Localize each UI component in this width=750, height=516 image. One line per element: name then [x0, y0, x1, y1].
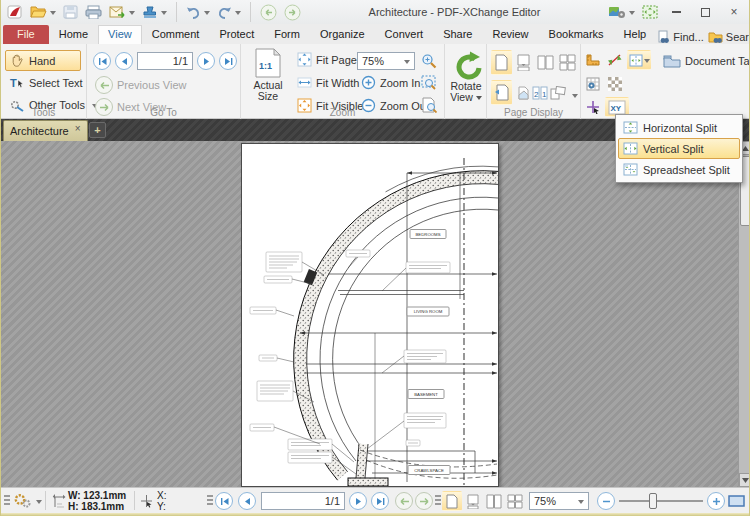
transparency-grid-button[interactable] [605, 74, 625, 94]
enable-scrolling-button[interactable] [513, 50, 534, 75]
tab-bookmarks[interactable]: Bookmarks [539, 25, 614, 44]
tab-help[interactable]: Help [614, 25, 657, 44]
fit-width-button[interactable]: Fit Width [293, 73, 363, 92]
grid-button[interactable] [583, 74, 603, 94]
email-caret-icon[interactable] [129, 11, 135, 18]
tab-close-icon[interactable]: × [75, 123, 81, 134]
tab-review[interactable]: Review [482, 25, 538, 44]
tab-form[interactable]: Form [264, 25, 310, 44]
status-first-page-button[interactable] [215, 492, 233, 510]
stamp-caret-icon[interactable] [161, 11, 167, 18]
status-zoom-combo[interactable]: 75% [529, 492, 589, 510]
status-two-pages-scrolling-button[interactable] [505, 491, 525, 511]
fit-layout-button[interactable] [491, 80, 512, 105]
snap-button[interactable] [583, 97, 603, 117]
last-page-button[interactable] [219, 52, 237, 70]
maximize-button[interactable] [692, 2, 718, 22]
tab-comment[interactable]: Comment [142, 25, 210, 44]
pdf-page[interactable]: BEDROOMS LIVING ROOM BASEMENT CRAWLSPACE [241, 143, 499, 487]
cover-mode-button[interactable] [515, 84, 531, 102]
open-file-caret-icon[interactable] [50, 11, 56, 18]
actual-size-button[interactable]: 1:1 ActualSize [247, 48, 289, 102]
tab-home[interactable]: Home [49, 25, 98, 44]
previous-page-button[interactable] [115, 52, 133, 70]
status-zoom-in-button[interactable] [707, 492, 725, 510]
status-last-page-button[interactable] [371, 492, 389, 510]
previous-view-button[interactable]: Previous View [91, 74, 191, 96]
print-button[interactable] [83, 2, 104, 22]
ribbon-section-zoom: 1:1 ActualSize Fit Page Fit Width Fit Vi… [241, 44, 445, 119]
tab-file[interactable]: File [3, 25, 49, 44]
status-two-pages-button[interactable] [484, 491, 504, 511]
document-tabs-button[interactable]: Document Tabs [659, 52, 750, 70]
page-display-more-caret-icon[interactable] [572, 94, 578, 101]
status-page-number-field[interactable]: 1/1 [261, 492, 345, 510]
rulers-button[interactable] [583, 50, 603, 70]
redo-caret-icon[interactable] [235, 11, 241, 18]
go-forward-button[interactable] [282, 2, 303, 22]
fit-page-button[interactable]: Fit Page [293, 50, 361, 69]
ui-options-button[interactable] [606, 2, 637, 22]
select-text-button[interactable]: T Select Text [5, 74, 87, 92]
measure-button[interactable] [605, 50, 625, 70]
first-page-button[interactable] [93, 52, 111, 70]
fullscreen-mode-button[interactable] [727, 494, 747, 509]
find-button[interactable]: Find... [656, 30, 704, 44]
ui-options-caret-icon[interactable] [629, 11, 635, 18]
tab-protect[interactable]: Protect [209, 25, 264, 44]
email-button[interactable] [107, 2, 137, 22]
menu-bar: File Home View Comment Protect Form Orga… [1, 24, 750, 44]
tab-view[interactable]: View [98, 25, 142, 44]
single-page-button[interactable] [491, 50, 512, 75]
rotate-pages-button[interactable] [549, 84, 567, 102]
vertical-scrollbar[interactable] [738, 141, 750, 487]
menu-item-spreadsheet-split[interactable]: Spreadsheet Split [618, 159, 740, 180]
loupe-tool-button[interactable] [419, 73, 439, 93]
undo-caret-icon[interactable] [204, 11, 210, 18]
hand-tool-button[interactable]: Hand [5, 50, 81, 71]
search-button[interactable]: Search... [708, 30, 750, 44]
reading-order-button[interactable]: 21 [531, 84, 549, 102]
document-tab-architecture[interactable]: Architecture × [3, 120, 88, 141]
statusbar-options-caret-icon[interactable] [36, 500, 42, 507]
two-pages-button[interactable] [535, 50, 556, 75]
status-zoom-out-button[interactable] [597, 492, 615, 510]
status-next-view-button[interactable] [415, 492, 433, 510]
minimize-button[interactable] [663, 2, 689, 22]
statusbar-options-button[interactable] [12, 493, 42, 509]
status-scrolling-button[interactable] [463, 491, 483, 511]
page-number-field[interactable]: 1/1 [137, 52, 193, 70]
save-button[interactable] [61, 2, 80, 22]
split-button[interactable] [627, 50, 651, 70]
status-previous-view-button[interactable] [395, 492, 413, 510]
status-next-page-button[interactable] [349, 492, 367, 510]
status-single-page-button[interactable] [442, 491, 462, 511]
tab-convert[interactable]: Convert [375, 25, 434, 44]
menu-item-horizontal-split[interactable]: Horizontal Split [618, 117, 740, 138]
actual-size-icon: 1:1 [255, 48, 281, 78]
rotate-view-icon [450, 50, 482, 80]
redo-button[interactable] [215, 2, 243, 22]
go-back-button[interactable] [258, 2, 279, 22]
zoom-slider-thumb[interactable] [649, 493, 657, 509]
status-previous-page-button[interactable] [238, 492, 256, 510]
zoom-in-icon [361, 75, 376, 90]
next-page-button[interactable] [197, 52, 215, 70]
zoom-in-button[interactable]: Zoom In [357, 73, 424, 92]
rotate-view-button[interactable]: RotateView [447, 50, 485, 103]
zoom-slider-track[interactable] [619, 500, 703, 502]
undo-button[interactable] [184, 2, 212, 22]
tab-share[interactable]: Share [433, 25, 482, 44]
zoom-tool-button[interactable] [419, 51, 439, 71]
fullscreen-button[interactable] [640, 2, 660, 22]
zoom-level-combo[interactable]: 75% [357, 52, 415, 70]
scroll-down-button[interactable] [739, 473, 750, 487]
split-caret-icon[interactable] [644, 59, 650, 66]
open-file-button[interactable] [28, 2, 58, 22]
new-tab-button[interactable]: + [89, 122, 106, 138]
two-pages-scrolling-button[interactable] [557, 50, 578, 75]
menu-item-vertical-split[interactable]: Vertical Split [618, 138, 740, 159]
stamp-button[interactable] [140, 2, 169, 22]
close-button[interactable]: × [721, 2, 747, 22]
tab-organize[interactable]: Organize [310, 25, 375, 44]
